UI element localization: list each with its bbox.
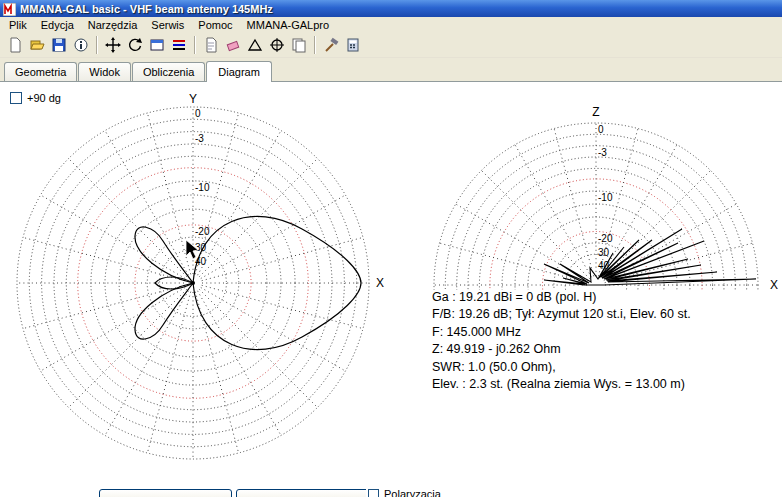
tick-0: 0 — [598, 124, 604, 135]
tick-0: 0 — [195, 108, 201, 119]
tick-30: 30 — [195, 242, 207, 253]
results-block: Ga : 19.21 dBi = 0 dB (pol. H) F/B: 19.2… — [432, 289, 777, 393]
move-cross-icon[interactable] — [103, 35, 123, 55]
eraser-icon[interactable] — [223, 35, 243, 55]
menu-item-mmana-galpro[interactable]: MMANA-GALpro — [240, 18, 337, 32]
result-gain: Ga : 19.21 dBi = 0 dB (pol. H) — [432, 289, 777, 306]
azimuth-main-lobe — [193, 216, 361, 349]
open-file-icon[interactable] — [27, 35, 47, 55]
elevation-polar-plot: Z X 0 -3 -10 -20 30 40 — [418, 102, 782, 292]
save-file-icon[interactable] — [49, 35, 69, 55]
azimuth-polar-plot: Y X 0 -3 -10 -20 30 40 — [2, 90, 386, 474]
azimuth-back-lobe-center — [155, 277, 193, 289]
tick-40: 40 — [195, 256, 207, 267]
result-elevation: Elev. : 2.3 st. (Realna ziemia Wys. = 13… — [432, 376, 777, 393]
menu-item-plik[interactable]: Plik — [2, 18, 34, 32]
tick-20: -20 — [598, 233, 613, 244]
tab-bar: Geometria Widok Obliczenia Diagram — [0, 58, 782, 81]
tab-obliczenia[interactable]: Obliczenia — [132, 62, 205, 81]
tab-widok[interactable]: Widok — [78, 62, 131, 81]
center-target-icon[interactable] — [267, 35, 287, 55]
result-swr: SWR: 1.0 (50.0 Ohm), — [432, 359, 777, 376]
new-file-icon[interactable] — [5, 35, 25, 55]
titlebar[interactable]: MMANA-GAL basic - VHF beam antenny 145MH… — [0, 0, 782, 17]
app-icon — [3, 2, 16, 15]
axis-label-y: Y — [189, 92, 197, 106]
azimuth-back-lobe-upper — [135, 227, 193, 283]
tick-10: -10 — [598, 192, 613, 203]
window-title: MMANA-GAL basic - VHF beam antenny 145MH… — [20, 3, 273, 15]
new-page-icon[interactable] — [201, 35, 221, 55]
azimuth-back-lobe-lower — [135, 283, 193, 339]
tick-20: -20 — [195, 226, 210, 237]
wires-list-icon[interactable] — [169, 35, 189, 55]
app-window: MMANA-GAL basic - VHF beam antenny 145MH… — [0, 0, 782, 497]
menubar: Plik Edycja Narzędzia Serwis Pomoc MMANA… — [0, 17, 782, 33]
tick-3: -3 — [598, 147, 607, 158]
copy-window-icon[interactable] — [147, 35, 167, 55]
toolbar-separator — [96, 36, 98, 54]
elevation-lobes — [544, 229, 756, 285]
bottom-button-2[interactable] — [236, 489, 369, 497]
polarization-checkbox[interactable] — [368, 489, 379, 497]
result-impedance: Z: 49.919 - j0.262 Ohm — [432, 341, 777, 358]
tools-icon[interactable] — [321, 35, 341, 55]
bottom-button-1[interactable] — [99, 489, 232, 497]
menu-item-pomoc[interactable]: Pomoc — [191, 18, 239, 32]
axis-label-z: Z — [592, 105, 599, 119]
diagram-panel: +90 dg Y X 0 -3 -10 -20 30 40 — [0, 81, 782, 497]
calculator-icon[interactable] — [343, 35, 363, 55]
toolbar-separator — [194, 36, 196, 54]
axis-label-x: X — [376, 276, 384, 290]
menu-item-narzedzia[interactable]: Narzędzia — [81, 18, 145, 32]
tick-30: 30 — [598, 247, 610, 258]
copy-pages-icon[interactable] — [289, 35, 309, 55]
tab-diagram[interactable]: Diagram — [206, 61, 272, 82]
polarization-group: Polaryzacja — [366, 488, 443, 497]
triangle-icon[interactable] — [245, 35, 265, 55]
tab-geometria[interactable]: Geometria — [4, 62, 77, 81]
menu-item-edycja[interactable]: Edycja — [34, 18, 81, 32]
result-frequency: F: 145.000 MHz — [432, 324, 777, 341]
info-icon[interactable] — [71, 35, 91, 55]
result-fb: F/B: 19.26 dB; Tył: Azymut 120 st.i, Ele… — [432, 306, 777, 323]
tick-10: -10 — [195, 182, 210, 193]
toolbar-separator — [314, 36, 316, 54]
plot-center-dot — [191, 281, 195, 285]
rotate-icon[interactable] — [125, 35, 145, 55]
tick-3: -3 — [195, 133, 204, 144]
toolbar — [0, 33, 782, 58]
polarization-label: Polaryzacja — [384, 488, 441, 497]
tick-40: 40 — [598, 260, 610, 271]
menu-item-serwis[interactable]: Serwis — [144, 18, 191, 32]
